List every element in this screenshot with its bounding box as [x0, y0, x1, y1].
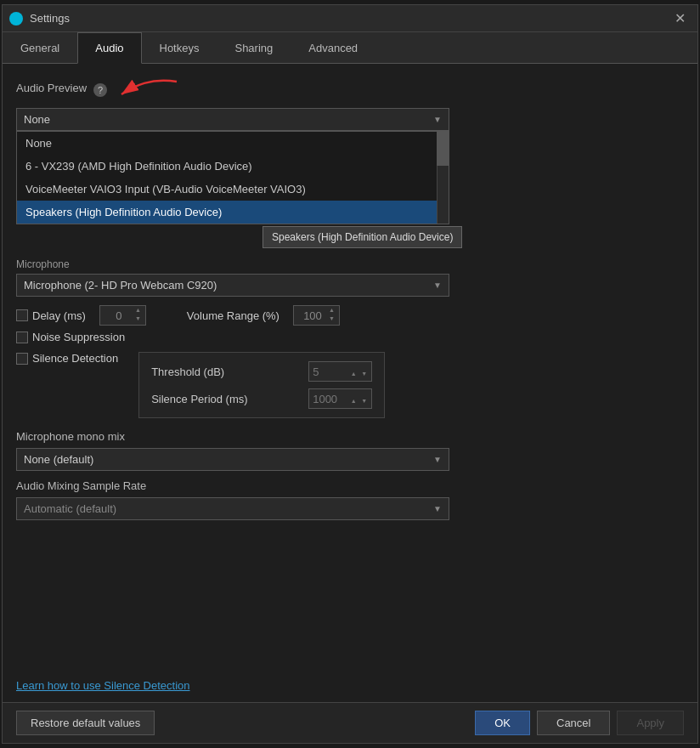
tooltip: Speakers (High Definition Audio Device)	[262, 226, 462, 248]
noise-suppression-checkbox[interactable]	[16, 332, 28, 343]
mono-mix-value: None (default)	[24, 453, 93, 466]
threshold-down-icon[interactable]: ▼	[360, 371, 368, 377]
threshold-up-icon[interactable]: ▲	[350, 371, 358, 377]
silence-period-input[interactable]: 1000 ▲ ▼	[308, 388, 372, 409]
sample-rate-value: Automatic (default)	[24, 502, 116, 515]
dropdown-scrollbar-thumb	[437, 132, 449, 166]
titlebar-left: Settings	[9, 12, 70, 26]
tab-general[interactable]: General	[3, 32, 77, 63]
dropdown-arrow-icon: ▼	[433, 115, 442, 124]
microphone-label: Microphone	[16, 258, 684, 270]
delay-label: Delay (ms)	[32, 309, 86, 322]
mono-mix-section: Microphone mono mix None (default) ▼	[16, 430, 684, 471]
silence-detection-container: Silence Detection Threshold (dB) 5 ▲ ▼ S…	[16, 348, 684, 418]
delay-up-icon[interactable]: ▲	[134, 306, 142, 314]
volume-spinners: ▲ ▼	[328, 306, 336, 325]
noise-suppression-label: Noise Suppression	[32, 331, 125, 343]
threshold-input[interactable]: 5 ▲ ▼	[308, 361, 372, 382]
threshold-label: Threshold (dB)	[151, 366, 224, 378]
delay-input[interactable]: 0 ▲ ▼	[99, 305, 146, 326]
dropdown-list: None 6 - VX239 (AMD High Definition Audi…	[16, 131, 449, 224]
silence-detection-checkbox[interactable]	[16, 353, 28, 365]
dropdown-option-vx239[interactable]: 6 - VX239 (AMD High Definition Audio Dev…	[17, 155, 449, 178]
microphone-dropdown[interactable]: Microphone (2- HD Pro Webcam C920) ▼	[16, 274, 449, 297]
mono-dropdown-arrow-icon: ▼	[433, 455, 442, 464]
threshold-spinners: ▲ ▼	[350, 366, 369, 378]
sample-rate-dropdown[interactable]: Automatic (default) ▼	[16, 497, 449, 520]
content-area: Audio Preview ? None ▼ None 6 - VX239 (A…	[3, 64, 697, 702]
silence-period-label: Silence Period (ms)	[151, 393, 247, 405]
window-title: Settings	[30, 12, 70, 25]
tab-audio[interactable]: Audio	[77, 32, 141, 64]
audio-preview-label: Audio Preview	[16, 82, 87, 94]
mic-dropdown-arrow-icon: ▼	[433, 280, 442, 290]
delay-spinners: ▲ ▼	[134, 306, 142, 325]
silence-detection-label: Silence Detection	[32, 352, 118, 365]
mono-mix-label: Microphone mono mix	[16, 430, 684, 443]
footer: Restore default values OK Cancel Apply	[3, 702, 697, 743]
volume-up-icon[interactable]: ▲	[328, 306, 336, 314]
silence-period-down-icon[interactable]: ▼	[360, 398, 368, 404]
tab-bar: General Audio Hotkeys Sharing Advanced	[3, 32, 697, 64]
threshold-row: Threshold (dB) 5 ▲ ▼	[151, 361, 372, 382]
dropdown-option-none[interactable]: None	[17, 132, 449, 155]
arrow-annotation	[117, 77, 185, 103]
silence-detection-link[interactable]: Learn how to use Silence Detection	[16, 679, 190, 692]
mono-mix-dropdown[interactable]: None (default) ▼	[16, 448, 449, 471]
apply-button[interactable]: Apply	[617, 711, 684, 735]
silence-period-up-icon[interactable]: ▲	[350, 398, 358, 404]
silence-period-spinners: ▲ ▼	[350, 393, 369, 405]
titlebar: Settings ✕	[3, 5, 697, 32]
sample-rate-label: Audio Mixing Sample Rate	[16, 479, 684, 492]
tab-advanced[interactable]: Advanced	[291, 32, 375, 63]
delay-value: 0	[104, 309, 134, 322]
volume-range-label: Volume Range (%)	[187, 309, 279, 322]
silence-detection-group: Silence Detection	[16, 352, 118, 365]
settings-window: Settings ✕ General Audio Hotkeys Sharing…	[2, 4, 698, 744]
dropdown-option-voicemeeter[interactable]: VoiceMeeter VAIO3 Input (VB-Audio VoiceM…	[17, 178, 449, 201]
volume-range-value: 100	[297, 309, 328, 322]
microphone-value: Microphone (2- HD Pro Webcam C920)	[24, 279, 217, 292]
app-icon	[9, 12, 23, 26]
delay-checkbox-group: Delay (ms)	[16, 309, 86, 322]
silence-detection-box: Threshold (dB) 5 ▲ ▼ Silence Period (ms)…	[138, 352, 385, 418]
delay-volume-row: Delay (ms) 0 ▲ ▼ Volume Range (%) 100 ▲ …	[16, 305, 684, 326]
tab-hotkeys[interactable]: Hotkeys	[142, 32, 217, 63]
close-button[interactable]: ✕	[669, 8, 691, 28]
footer-actions: OK Cancel Apply	[475, 711, 684, 735]
dropdown-option-speakers[interactable]: Speakers (High Definition Audio Device)	[17, 201, 449, 224]
ok-button[interactable]: OK	[475, 711, 530, 735]
silence-period-value: 1000	[313, 393, 337, 405]
threshold-value: 5	[313, 366, 319, 378]
tab-sharing[interactable]: Sharing	[217, 32, 291, 63]
silence-period-row: Silence Period (ms) 1000 ▲ ▼	[151, 388, 372, 409]
delay-down-icon[interactable]: ▼	[134, 314, 142, 323]
sample-dropdown-arrow-icon: ▼	[433, 504, 442, 513]
help-icon[interactable]: ?	[93, 83, 107, 97]
microphone-section: Microphone Microphone (2- HD Pro Webcam …	[16, 258, 684, 297]
audio-preview-value: None	[24, 113, 50, 126]
delay-checkbox[interactable]	[16, 309, 28, 321]
restore-defaults-button[interactable]: Restore default values	[16, 711, 155, 735]
noise-suppression-row: Noise Suppression	[16, 331, 684, 343]
volume-range-input[interactable]: 100 ▲ ▼	[293, 305, 340, 326]
dropdown-scrollbar[interactable]	[437, 132, 449, 224]
sample-rate-section: Audio Mixing Sample Rate Automatic (defa…	[16, 479, 684, 520]
cancel-button[interactable]: Cancel	[537, 711, 610, 735]
volume-down-icon[interactable]: ▼	[328, 314, 336, 323]
audio-preview-dropdown[interactable]: None ▼	[16, 108, 449, 131]
audio-preview-row: Audio Preview ?	[16, 77, 684, 103]
